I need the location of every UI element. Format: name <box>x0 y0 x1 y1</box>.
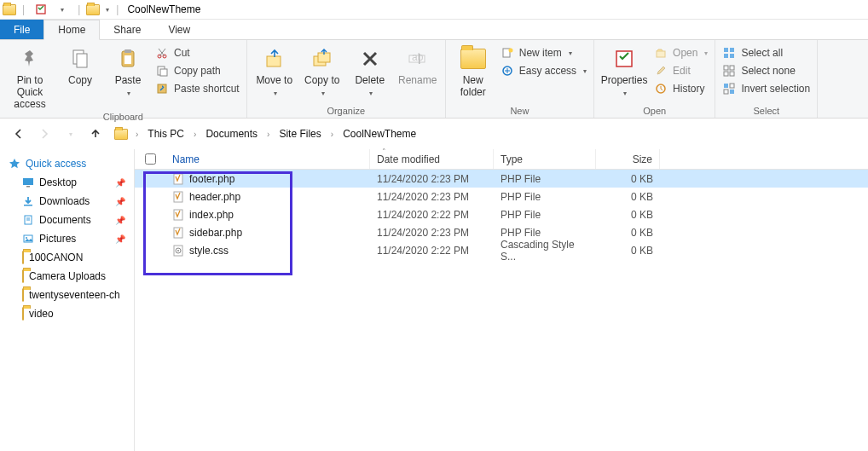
up-button[interactable] <box>85 124 106 144</box>
chevron-right-icon[interactable]: › <box>264 130 272 139</box>
file-size: 0 KB <box>596 209 660 221</box>
paste-button[interactable]: Paste ▾ <box>107 43 148 97</box>
column-header-date[interactable]: Date modified <box>370 149 494 169</box>
back-button[interactable] <box>9 124 29 144</box>
sidebar-item-icon <box>22 176 34 188</box>
sidebar-item[interactable]: Documents📌 <box>3 211 130 229</box>
column-header-size[interactable]: Size <box>596 149 660 169</box>
select-all-checkbox[interactable] <box>135 153 165 165</box>
sidebar-item[interactable]: video <box>3 304 130 323</box>
qat-dropdown-icon[interactable]: ▾ <box>52 0 71 19</box>
svg-rect-11 <box>267 56 281 66</box>
edit-button[interactable]: Edit <box>654 63 708 78</box>
sidebar-item-label: Pictures <box>39 233 76 245</box>
svg-rect-27 <box>724 66 728 70</box>
copy-button[interactable]: Copy <box>60 43 101 87</box>
properties-button[interactable]: Properties ▾ <box>601 43 647 97</box>
file-size: 0 KB <box>596 173 660 185</box>
sidebar-item-label: 100CANON <box>29 252 83 263</box>
open-label: Open <box>673 47 697 59</box>
select-all-button[interactable]: Select all <box>722 45 810 61</box>
file-type: PHP File <box>494 227 596 239</box>
ribbon-group-open: Properties ▾ Open▾ Edit History Open <box>594 40 715 118</box>
file-type: PHP File <box>494 173 596 185</box>
move-to-label: Move to <box>256 74 292 86</box>
sidebar-item[interactable]: 100CANON <box>3 248 130 267</box>
paste-shortcut-button[interactable]: Paste shortcut <box>155 81 240 96</box>
quick-access-label: Quick access <box>26 158 86 170</box>
select-all-icon <box>722 46 736 60</box>
svg-rect-34 <box>730 90 734 94</box>
separator: | <box>22 3 25 15</box>
sidebar-item[interactable]: Desktop📌 <box>3 173 130 192</box>
file-name: sidebar.php <box>189 227 242 239</box>
invert-label: Invert selection <box>741 83 810 95</box>
group-label-select: Select <box>722 106 810 116</box>
move-to-button[interactable]: Move to ▾ <box>254 43 295 99</box>
chevron-down-icon: ▾ <box>623 90 627 97</box>
svg-rect-0 <box>37 5 45 14</box>
chevron-down-icon[interactable]: ▾ <box>106 6 109 14</box>
new-item-icon <box>501 46 514 60</box>
svg-rect-36 <box>26 186 30 188</box>
group-label-organize: Organize <box>254 106 438 116</box>
open-icon <box>654 46 668 60</box>
app-icon <box>0 0 19 19</box>
file-row[interactable]: index.php11/24/2020 2:22 PMPHP File0 KB <box>135 205 868 223</box>
pin-icon: 📌 <box>115 234 125 244</box>
qat-properties-icon[interactable] <box>32 0 50 19</box>
chevron-right-icon[interactable]: › <box>191 130 199 139</box>
tab-share[interactable]: Share <box>100 20 154 39</box>
cut-button[interactable]: Cut <box>155 45 240 61</box>
file-date: 11/24/2020 2:23 PM <box>370 173 494 185</box>
file-size: 0 KB <box>596 227 660 239</box>
copy-to-button[interactable]: Copy to ▾ <box>302 43 343 99</box>
sidebar-item-icon <box>22 252 24 263</box>
rename-button[interactable]: ab Rename <box>397 43 438 87</box>
breadcrumb-segment[interactable]: Documents <box>200 124 263 144</box>
invert-selection-icon <box>722 82 736 95</box>
chevron-right-icon[interactable]: › <box>133 130 141 139</box>
column-header-name[interactable]: Name <box>165 149 370 169</box>
sort-indicator-icon: ˄ <box>382 147 386 156</box>
copy-path-button[interactable]: Copy path <box>155 63 240 78</box>
tab-home[interactable]: Home <box>43 20 100 40</box>
sidebar-item-icon <box>22 270 24 282</box>
pin-to-quick-access-button[interactable]: Pin to Quick access <box>7 43 53 110</box>
svg-rect-37 <box>24 205 32 206</box>
paste-label: Paste <box>115 75 142 87</box>
column-header-type[interactable]: Type <box>494 149 596 169</box>
select-none-button[interactable]: Select none <box>722 63 810 78</box>
chevron-right-icon[interactable]: › <box>328 130 336 139</box>
history-button[interactable]: History <box>654 81 708 96</box>
tab-file[interactable]: File <box>0 20 43 39</box>
tab-view[interactable]: View <box>154 20 204 39</box>
file-row[interactable]: header.php11/24/2020 2:23 PMPHP File0 KB <box>135 188 868 205</box>
easy-access-button[interactable]: Easy access▾ <box>501 63 587 78</box>
delete-button[interactable]: Delete ▾ <box>350 43 391 97</box>
recent-dropdown[interactable]: ▾ <box>60 124 80 144</box>
file-row[interactable]: style.css11/24/2020 2:22 PMCascading Sty… <box>135 241 868 259</box>
sidebar-item[interactable]: Downloads📌 <box>3 192 130 211</box>
open-button[interactable]: Open▾ <box>654 45 708 61</box>
sidebar-item[interactable]: Camera Uploads <box>3 267 130 286</box>
sidebar-quick-access[interactable]: Quick access <box>3 154 130 173</box>
navigation-pane: Quick access Desktop📌Downloads📌Documents… <box>0 149 135 451</box>
new-folder-icon <box>460 45 487 72</box>
delete-label: Delete <box>355 74 385 86</box>
sidebar-item[interactable]: Pictures📌 <box>3 229 130 248</box>
breadcrumb-segment[interactable]: This PC <box>142 124 189 144</box>
new-folder-button[interactable]: New folder <box>453 43 494 99</box>
sidebar-item-icon <box>22 214 34 226</box>
file-row[interactable]: footer.php11/24/2020 2:23 PMPHP File0 KB <box>135 170 868 188</box>
address-bar[interactable]: › This PC › Documents › Site Files › Coo… <box>111 124 421 144</box>
breadcrumb-segment[interactable]: CoolNewTheme <box>338 124 421 144</box>
new-item-button[interactable]: New item▾ <box>501 45 587 61</box>
invert-selection-button[interactable]: Invert selection <box>722 81 810 96</box>
forward-button[interactable] <box>34 124 55 144</box>
breadcrumb-segment[interactable]: Site Files <box>274 124 326 144</box>
svg-point-42 <box>26 237 27 239</box>
sidebar-item[interactable]: twentyseventeen-ch <box>3 286 130 304</box>
file-icon <box>172 191 184 203</box>
file-icon <box>172 209 184 221</box>
